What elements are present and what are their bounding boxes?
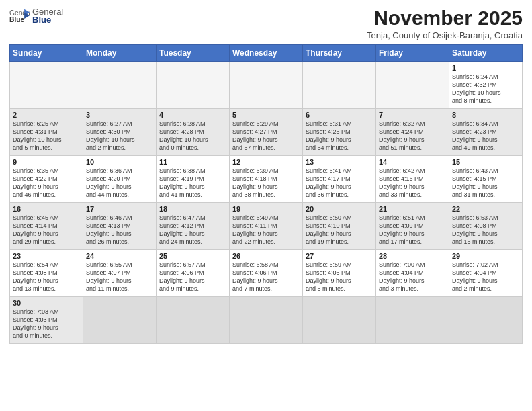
- day-info: Sunrise: 6:31 AMSunset: 4:25 PMDaylight:…: [306, 120, 373, 152]
- day-info: Sunrise: 6:34 AMSunset: 4:23 PMDaylight:…: [452, 120, 519, 152]
- calendar-week-row: 2Sunrise: 6:25 AMSunset: 4:31 PMDaylight…: [10, 109, 523, 156]
- location: Tenja, County of Osijek-Baranja, Croatia: [367, 30, 523, 40]
- calendar-cell: 11Sunrise: 6:38 AMSunset: 4:19 PMDayligh…: [157, 156, 230, 203]
- calendar-cell: 4Sunrise: 6:28 AMSunset: 4:28 PMDaylight…: [157, 109, 230, 156]
- svg-text:Blue: Blue: [9, 16, 25, 24]
- day-number: 19: [232, 205, 300, 213]
- day-number: 28: [379, 252, 446, 260]
- calendar-cell: 18Sunrise: 6:47 AMSunset: 4:12 PMDayligh…: [157, 203, 230, 250]
- calendar-cell: [10, 62, 83, 109]
- col-sunday: Sunday: [10, 45, 83, 62]
- day-info: Sunrise: 6:54 AMSunset: 4:08 PMDaylight:…: [13, 261, 80, 293]
- page: General Blue General Blue November 2025 …: [0, 0, 532, 411]
- calendar-cell: [230, 62, 303, 109]
- calendar-cell: [230, 297, 303, 344]
- calendar-cell: 9Sunrise: 6:35 AMSunset: 4:22 PMDaylight…: [10, 156, 83, 203]
- day-info: Sunrise: 6:38 AMSunset: 4:19 PMDaylight:…: [159, 167, 226, 199]
- day-number: 21: [379, 205, 446, 213]
- calendar-cell: 30Sunrise: 7:03 AMSunset: 4:03 PMDayligh…: [10, 297, 83, 344]
- day-number: 15: [452, 158, 519, 166]
- day-info: Sunrise: 6:27 AMSunset: 4:30 PMDaylight:…: [86, 120, 153, 152]
- calendar-cell: [157, 297, 230, 344]
- calendar-cell: 12Sunrise: 6:39 AMSunset: 4:18 PMDayligh…: [230, 156, 303, 203]
- calendar-cell: 6Sunrise: 6:31 AMSunset: 4:25 PMDaylight…: [303, 109, 376, 156]
- day-info: Sunrise: 6:50 AMSunset: 4:10 PMDaylight:…: [306, 214, 373, 246]
- month-title: November 2025: [367, 7, 523, 29]
- day-info: Sunrise: 6:47 AMSunset: 4:12 PMDaylight:…: [159, 214, 226, 246]
- day-number: 6: [306, 111, 373, 119]
- day-info: Sunrise: 6:36 AMSunset: 4:20 PMDaylight:…: [86, 167, 153, 199]
- calendar-cell: 17Sunrise: 6:46 AMSunset: 4:13 PMDayligh…: [83, 203, 157, 250]
- calendar-cell: 2Sunrise: 6:25 AMSunset: 4:31 PMDaylight…: [10, 109, 83, 156]
- day-info: Sunrise: 6:45 AMSunset: 4:14 PMDaylight:…: [13, 214, 80, 246]
- day-number: 9: [13, 158, 80, 166]
- calendar-cell: 24Sunrise: 6:55 AMSunset: 4:07 PMDayligh…: [83, 250, 157, 297]
- day-number: 26: [232, 252, 300, 260]
- day-number: 22: [452, 205, 519, 213]
- day-info: Sunrise: 6:49 AMSunset: 4:11 PMDaylight:…: [232, 214, 300, 246]
- day-info: Sunrise: 6:39 AMSunset: 4:18 PMDaylight:…: [232, 167, 300, 199]
- calendar-cell: [376, 62, 449, 109]
- day-info: Sunrise: 7:00 AMSunset: 4:04 PMDaylight:…: [379, 261, 446, 293]
- day-number: 5: [232, 111, 300, 119]
- calendar-week-row: 16Sunrise: 6:45 AMSunset: 4:14 PMDayligh…: [10, 203, 523, 250]
- calendar-cell: 15Sunrise: 6:43 AMSunset: 4:15 PMDayligh…: [449, 156, 523, 203]
- calendar-cell: 7Sunrise: 6:32 AMSunset: 4:24 PMDaylight…: [376, 109, 449, 156]
- day-info: Sunrise: 6:42 AMSunset: 4:16 PMDaylight:…: [379, 167, 446, 199]
- day-number: 4: [159, 111, 226, 119]
- col-wednesday: Wednesday: [230, 45, 303, 62]
- calendar-cell: [83, 297, 157, 344]
- day-info: Sunrise: 6:57 AMSunset: 4:06 PMDaylight:…: [159, 261, 226, 293]
- day-number: 27: [306, 252, 373, 260]
- calendar-cell: 22Sunrise: 6:53 AMSunset: 4:08 PMDayligh…: [449, 203, 523, 250]
- day-info: Sunrise: 6:43 AMSunset: 4:15 PMDaylight:…: [452, 167, 519, 199]
- calendar-cell: [303, 297, 376, 344]
- col-thursday: Thursday: [303, 45, 376, 62]
- day-number: 20: [306, 205, 373, 213]
- day-number: 25: [159, 252, 226, 260]
- day-info: Sunrise: 6:32 AMSunset: 4:24 PMDaylight:…: [379, 120, 446, 152]
- day-info: Sunrise: 6:28 AMSunset: 4:28 PMDaylight:…: [159, 120, 226, 152]
- day-info: Sunrise: 6:41 AMSunset: 4:17 PMDaylight:…: [306, 167, 373, 199]
- calendar-cell: 14Sunrise: 6:42 AMSunset: 4:16 PMDayligh…: [376, 156, 449, 203]
- day-info: Sunrise: 6:29 AMSunset: 4:27 PMDaylight:…: [232, 120, 300, 152]
- day-number: 29: [452, 252, 519, 260]
- calendar-cell: [303, 62, 376, 109]
- calendar-cell: [83, 62, 157, 109]
- day-info: Sunrise: 6:55 AMSunset: 4:07 PMDaylight:…: [86, 261, 153, 293]
- header: General Blue General Blue November 2025 …: [9, 7, 523, 40]
- day-number: 23: [13, 252, 80, 260]
- day-number: 17: [86, 205, 153, 213]
- calendar-cell: [449, 297, 523, 344]
- calendar-cell: 5Sunrise: 6:29 AMSunset: 4:27 PMDaylight…: [230, 109, 303, 156]
- day-info: Sunrise: 7:03 AMSunset: 4:03 PMDaylight:…: [13, 308, 80, 340]
- day-info: Sunrise: 7:02 AMSunset: 4:04 PMDaylight:…: [452, 261, 519, 293]
- calendar: Sunday Monday Tuesday Wednesday Thursday…: [9, 44, 523, 344]
- day-number: 14: [379, 158, 446, 166]
- title-block: November 2025 Tenja, County of Osijek-Ba…: [367, 7, 523, 40]
- day-info: Sunrise: 6:59 AMSunset: 4:05 PMDaylight:…: [306, 261, 373, 293]
- col-monday: Monday: [83, 45, 157, 62]
- day-number: 8: [452, 111, 519, 119]
- calendar-cell: 21Sunrise: 6:51 AMSunset: 4:09 PMDayligh…: [376, 203, 449, 250]
- day-info: Sunrise: 6:53 AMSunset: 4:08 PMDaylight:…: [452, 214, 519, 246]
- calendar-cell: 1Sunrise: 6:24 AMSunset: 4:32 PMDaylight…: [449, 62, 523, 109]
- day-number: 3: [86, 111, 153, 119]
- calendar-cell: 28Sunrise: 7:00 AMSunset: 4:04 PMDayligh…: [376, 250, 449, 297]
- day-number: 30: [13, 299, 80, 307]
- col-saturday: Saturday: [449, 45, 523, 62]
- calendar-cell: 20Sunrise: 6:50 AMSunset: 4:10 PMDayligh…: [303, 203, 376, 250]
- logo: General Blue General Blue: [9, 7, 63, 25]
- day-info: Sunrise: 6:24 AMSunset: 4:32 PMDaylight:…: [452, 73, 519, 105]
- calendar-cell: 13Sunrise: 6:41 AMSunset: 4:17 PMDayligh…: [303, 156, 376, 203]
- calendar-header-row: Sunday Monday Tuesday Wednesday Thursday…: [10, 45, 523, 62]
- calendar-cell: 10Sunrise: 6:36 AMSunset: 4:20 PMDayligh…: [83, 156, 157, 203]
- calendar-week-row: 9Sunrise: 6:35 AMSunset: 4:22 PMDaylight…: [10, 156, 523, 203]
- calendar-cell: 26Sunrise: 6:58 AMSunset: 4:06 PMDayligh…: [230, 250, 303, 297]
- day-number: 18: [159, 205, 226, 213]
- calendar-cell: 29Sunrise: 7:02 AMSunset: 4:04 PMDayligh…: [449, 250, 523, 297]
- col-tuesday: Tuesday: [157, 45, 230, 62]
- calendar-cell: 23Sunrise: 6:54 AMSunset: 4:08 PMDayligh…: [10, 250, 83, 297]
- day-number: 1: [452, 64, 519, 72]
- day-info: Sunrise: 6:58 AMSunset: 4:06 PMDaylight:…: [232, 261, 300, 293]
